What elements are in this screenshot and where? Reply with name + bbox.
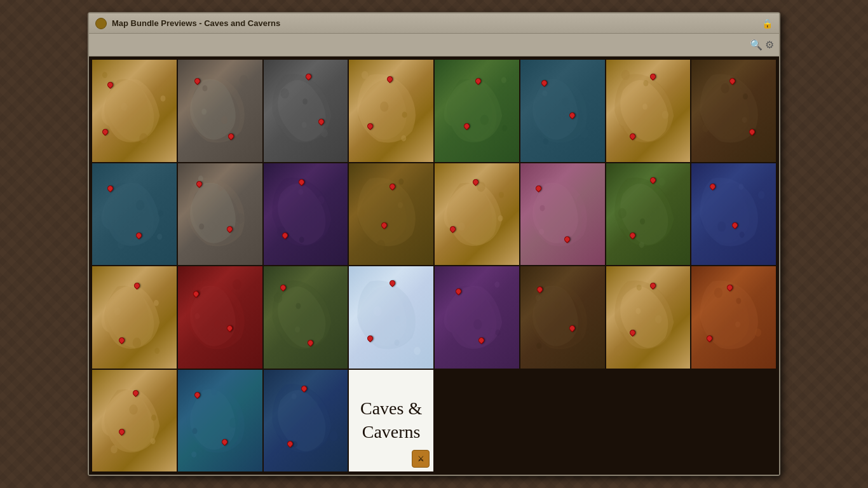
svg-point-79: [395, 340, 400, 346]
svg-point-80: [496, 330, 501, 336]
map-cell[interactable]: [520, 59, 606, 163]
empty-cell: [434, 369, 520, 473]
svg-point-24: [643, 80, 648, 86]
svg-point-2: [139, 133, 147, 144]
svg-point-33: [118, 240, 125, 248]
svg-point-78: [374, 306, 382, 316]
svg-point-4: [202, 85, 207, 92]
map-cell[interactable]: [348, 163, 434, 266]
svg-point-105: [311, 400, 318, 409]
svg-point-66: [133, 337, 141, 348]
svg-point-6: [240, 75, 248, 85]
map-cell[interactable]: [263, 59, 349, 163]
map-cell[interactable]: [92, 59, 177, 163]
svg-point-31: [742, 117, 747, 123]
svg-point-21: [562, 97, 569, 105]
svg-point-89: [654, 315, 661, 323]
empty-cell: [520, 369, 606, 473]
map-cell[interactable]: [348, 59, 434, 163]
svg-point-73: [314, 334, 321, 342]
map-cell[interactable]: [691, 266, 776, 369]
svg-point-58: [618, 208, 626, 218]
svg-point-107: [291, 393, 296, 399]
svg-point-44: [399, 179, 404, 185]
svg-point-92: [736, 298, 742, 304]
svg-point-13: [362, 71, 369, 79]
svg-point-87: [536, 295, 541, 301]
svg-point-34: [136, 200, 144, 210]
svg-point-77: [414, 347, 421, 355]
svg-point-96: [151, 414, 156, 421]
toolbar: 🔍 ⚙: [89, 34, 779, 57]
svg-point-32: [158, 210, 163, 216]
svg-point-55: [539, 228, 544, 234]
map-grid: Caves &Caverns⚔: [89, 57, 779, 475]
svg-point-65: [114, 307, 121, 315]
map-cell[interactable]: [606, 266, 691, 369]
map-cell[interactable]: [92, 163, 177, 266]
map-cell[interactable]: [263, 266, 349, 369]
svg-point-11: [301, 122, 306, 128]
svg-point-100: [192, 428, 197, 434]
map-cell[interactable]: [606, 163, 691, 266]
title-bar-left: Map Bundle Previews - Caves and Caverns: [95, 18, 280, 29]
svg-point-12: [402, 112, 407, 118]
map-cell[interactable]: [434, 266, 520, 369]
svg-point-17: [461, 85, 468, 93]
map-cell[interactable]: [434, 163, 520, 266]
svg-point-1: [121, 102, 128, 111]
svg-point-75: [295, 327, 300, 333]
svg-point-27: [642, 104, 648, 110]
map-cell[interactable]: [434, 59, 520, 163]
svg-point-8: [302, 98, 308, 105]
svg-point-10: [280, 88, 288, 98]
map-cell[interactable]: [263, 369, 349, 473]
map-cell[interactable]: [92, 266, 177, 369]
svg-point-47: [398, 201, 403, 208]
settings-icon[interactable]: ⚙: [765, 39, 774, 51]
map-cell[interactable]: [606, 59, 691, 163]
svg-point-67: [154, 300, 159, 306]
svg-point-74: [273, 293, 281, 303]
svg-point-71: [194, 313, 200, 320]
search-icon[interactable]: 🔍: [750, 39, 763, 51]
svg-point-0: [102, 72, 107, 78]
map-cell[interactable]: [520, 266, 606, 369]
map-cell[interactable]: [348, 266, 434, 369]
svg-point-106: [329, 431, 337, 441]
caves-caverns-title: Caves &Caverns: [360, 397, 422, 444]
map-cell[interactable]: [263, 163, 349, 266]
svg-point-99: [151, 438, 156, 444]
svg-point-85: [555, 302, 562, 310]
map-cell[interactable]: [691, 163, 776, 266]
app-icon: [95, 18, 107, 29]
svg-point-84: [536, 342, 541, 349]
svg-point-93: [755, 329, 762, 337]
svg-point-57: [658, 177, 665, 186]
svg-point-90: [614, 346, 623, 356]
map-cell[interactable]: [177, 163, 263, 266]
svg-point-30: [721, 83, 729, 93]
svg-point-28: [743, 93, 748, 100]
title-cell: Caves &Caverns⚔: [348, 369, 434, 473]
svg-point-70: [233, 280, 241, 290]
lock-icon: 🔒: [762, 18, 773, 29]
map-cell[interactable]: [520, 163, 606, 266]
map-cell[interactable]: [177, 59, 263, 163]
svg-point-51: [498, 215, 503, 221]
map-cell[interactable]: [177, 266, 263, 369]
svg-point-76: [395, 316, 400, 323]
svg-point-35: [157, 233, 162, 240]
title-badge: ⚔: [412, 450, 430, 468]
map-cell[interactable]: [92, 369, 177, 473]
svg-point-7: [201, 109, 207, 115]
svg-point-69: [214, 320, 221, 329]
empty-cell: [606, 369, 691, 473]
svg-point-64: [154, 348, 159, 354]
svg-point-18: [480, 115, 489, 125]
svg-point-101: [211, 387, 218, 395]
map-cell[interactable]: [177, 369, 263, 473]
svg-point-16: [502, 125, 507, 132]
map-cell[interactable]: [691, 59, 776, 163]
svg-point-103: [191, 451, 196, 458]
